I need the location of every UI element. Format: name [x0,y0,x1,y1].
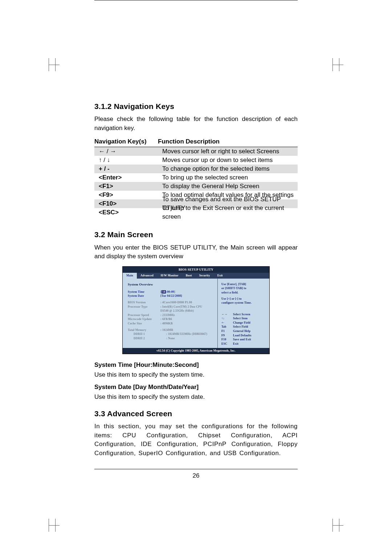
bios-cache-value: : 4096KB [160,321,214,326]
table-row: ↑ / ↓ Moves cursor up or down to select … [94,156,298,165]
page-number: 26 [94,471,298,481]
crop-mark [49,519,60,532]
system-time-text: Use this item to specify the system time… [94,370,298,380]
cell-key: <F10> [94,199,162,208]
bios-left-panel: System Overview System Time [14:00:09] S… [123,279,218,348]
bios-overview-heading: System Overview [128,282,214,287]
section-312-intro: Please check the following table for the… [94,115,298,133]
table-row: + / - To change option for the selected … [94,165,298,173]
table-header: Navigation Key(s) Function Description [94,137,298,147]
bios-proc-type-label: Processor Type [128,305,160,309]
cell-key: <Enter> [94,173,162,182]
table-row: <F1> To display the General Help Screen [94,182,298,191]
section-32-title: 3.2 Main Screen [94,229,298,240]
crop-mark [332,58,343,71]
bios-ddr1-label: DDRII 1 [128,332,166,336]
cell-desc: To jump to the Exit Screen or exit the c… [162,204,298,222]
bios-tab-hwmonitor: H/W Monitor [157,273,182,279]
bios-ddr2-value: : None [166,336,214,341]
bios-keys-legend: ←→Select Screen ↑↓Select Item +-Change F… [221,312,266,346]
cell-desc: To display the General Help Screen [162,182,298,191]
table-row: <Enter> To bring up the selected screen [94,173,298,182]
bios-system-date-value: [Tue 04/22/2008] [160,294,214,298]
bios-tabs: Main Advanced H/W Monitor Boot Security … [123,273,269,279]
cell-key: <F1> [94,182,162,191]
bios-right-panel: Use [Enter], [TAB] or [SHIFT-TAB] to sel… [218,279,269,348]
bios-version-label: BIOS Version [128,300,160,305]
bios-proc-type-value2: E6540 @ 2.33GHz (64bit) [160,309,214,313]
bios-tab-boot: Boot [182,273,196,279]
bios-mem-value: : 1024MB [160,328,214,332]
bottom-rule [94,469,298,469]
system-date-text: Use this item to specify the system date… [94,393,298,402]
bios-mem-label: Total Memory [128,328,160,332]
bios-footer: v02.54 (C) Copyright 1985-2005, American… [123,348,269,354]
cell-desc: Moves cursor left or right to select Scr… [162,147,298,156]
bios-proc-type-value: : Intel(R) Core(TM) 2 Duo CPU [160,305,214,309]
navigation-keys-table: Navigation Key(s) Function Description ←… [94,137,298,217]
bios-system-date-label: System Date [128,294,160,298]
bios-system-time-value: [14:00:09] [160,290,214,294]
bios-system-time-label: System Time [128,290,160,294]
cell-desc: To bring up the selected screen [162,173,298,182]
table-row: <ESC> To jump to the Exit Screen or exit… [94,208,298,217]
bios-tab-main: Main [123,273,137,279]
cell-key: + / - [94,165,162,174]
bios-proc-speed-value: : 2333MHz [160,313,214,317]
crop-mark [332,519,343,532]
bios-help-text: Use [Enter], [TAB] or [SHIFT-TAB] to sel… [221,282,266,305]
top-rule [94,0,298,0]
cell-key: <F9> [94,191,162,200]
section-33-intro: In this section, you may set the configu… [94,422,298,458]
cell-desc: Moves cursor up or down to select items [162,156,298,165]
bios-cache-label: Cache Size [128,321,160,326]
bios-version-value: : 4Core1600-D800 P1.00 [160,300,214,305]
system-time-heading: System Time [Hour:Minute:Second] [94,361,298,370]
bios-microcode-label: Microcode Update [128,317,160,321]
cell-key: ← / → [94,147,162,156]
bios-tab-security: Security [196,273,214,279]
bios-ddr1-value: : 1024MB/333MHz (DDRII667) [166,332,214,336]
bios-title: BIOS SETUP UTILITY [123,267,269,273]
cell-key: <ESC> [94,208,162,217]
bios-tab-exit: Exit [214,273,226,279]
bios-proc-speed-label: Processor Speed [128,313,160,317]
bios-tab-advanced: Advanced [137,273,157,279]
system-date-heading: System Date [Day Month/Date/Year] [94,383,298,392]
section-33-title: 3.3 Advanced Screen [94,408,298,419]
bios-microcode-value: : 6FB/B6 [160,317,214,321]
th-desc: Function Description [158,137,298,146]
crop-mark [49,58,60,71]
th-keys: Navigation Key(s) [94,137,158,146]
section-312-title: 3.1.2 Navigation Keys [94,101,298,112]
table-row: ← / → Moves cursor left or right to sele… [94,147,298,156]
cell-key: ↑ / ↓ [94,156,162,165]
bios-ddr2-label: DDRII 2 [128,336,166,341]
bios-screenshot: BIOS SETUP UTILITY Main Advanced H/W Mon… [122,266,270,354]
section-32-intro: When you enter the BIOS SETUP UTILITY, t… [94,243,298,261]
page-content: 3.1.2 Navigation Keys Please check the f… [94,19,298,480]
cell-desc: To change option for the selected items [162,165,298,174]
